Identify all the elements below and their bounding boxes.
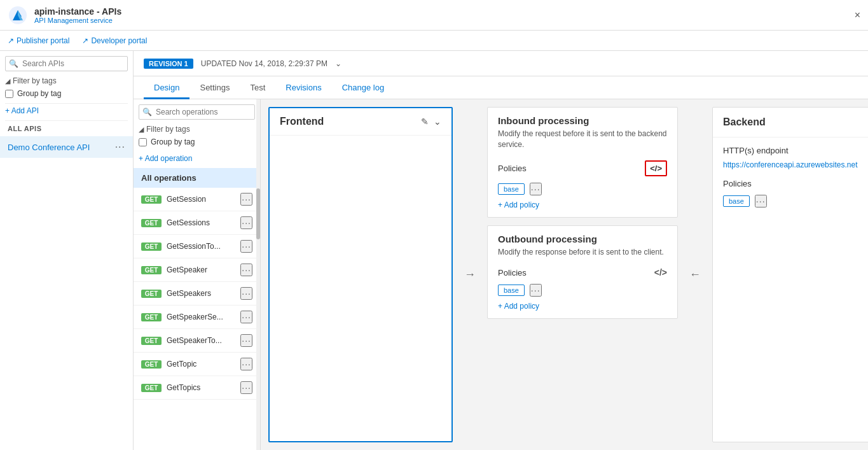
operation-item-gettopics[interactable]: GET GetTopics ··· (134, 376, 260, 400)
get-badge: GET (141, 384, 162, 392)
add-operation-button[interactable]: + Add operation (139, 154, 255, 163)
operation-item-gettopic[interactable]: GET GetTopic ··· (134, 353, 260, 376)
frontend-panel-title: Frontend (280, 116, 324, 127)
backend-policies-row: Policies </> (723, 178, 868, 188)
ops-group-tag-checkbox[interactable] (139, 138, 147, 146)
get-badge: GET (141, 195, 162, 204)
close-button[interactable]: × (855, 10, 860, 21)
revision-updated-text: UPDATED Nov 14, 2018, 2:29:37 PM (201, 59, 327, 68)
get-badge: GET (141, 290, 162, 298)
endpoint-url: https://conferenceapi.azurewebsites.net (723, 160, 868, 169)
op-ellipsis-button[interactable]: ··· (240, 334, 252, 347)
panels-area: 🔍 ◢ Filter by tags Group by tag + Add op… (134, 99, 868, 450)
op-ellipsis-button[interactable]: ··· (240, 381, 252, 394)
operation-item-getspeakerto[interactable]: GET GetSpeakerTo... ··· (134, 329, 260, 353)
frontend-panel-actions: ✎ ⌄ (421, 116, 441, 127)
ops-filter-button[interactable]: ◢ Filter by tags (139, 125, 255, 134)
backend-policies-label: Policies (723, 179, 752, 188)
op-name: GetSpeaker (167, 265, 235, 274)
outbound-policies-label: Policies (498, 268, 527, 278)
outbound-title: Outbound processing (498, 234, 667, 244)
tab-revisions[interactable]: Revisions (275, 78, 331, 99)
operation-item-getsession[interactable]: GET GetSession ··· (134, 188, 260, 211)
endpoint-row: HTTP(s) endpoint ✎ (723, 145, 868, 155)
get-badge: GET (141, 219, 162, 227)
api-item-ellipsis-button[interactable]: ··· (115, 141, 125, 153)
outbound-panel-body: Policies </> base ··· + Add policy (488, 262, 677, 318)
op-name: GetSpeakers (167, 289, 235, 298)
tab-changelog[interactable]: Change log (332, 78, 395, 99)
op-ellipsis-button[interactable]: ··· (240, 311, 252, 323)
tab-test[interactable]: Test (240, 78, 275, 99)
ops-filter-icon: ◢ (139, 125, 144, 134)
op-ellipsis-button[interactable]: ··· (240, 287, 252, 300)
operation-item-getspeakerse[interactable]: GET GetSpeakerSe... ··· (134, 306, 260, 329)
frontend-chevron-button[interactable]: ⌄ (434, 116, 441, 127)
inbound-policies-row: Policies </> (498, 160, 667, 176)
content-area: REVISION 1 UPDATED Nov 14, 2018, 2:29:37… (134, 51, 868, 450)
frontend-panel: Frontend ✎ ⌄ (268, 107, 453, 442)
op-ellipsis-button[interactable]: ··· (240, 240, 252, 253)
inbound-policy-ellipsis[interactable]: ··· (530, 183, 542, 195)
arrow-left-connector: ← (685, 107, 705, 442)
inbound-policies-label: Policies (498, 164, 527, 173)
all-operations-item[interactable]: All operations (134, 168, 260, 188)
tab-settings[interactable]: Settings (189, 78, 240, 99)
add-api-button[interactable]: + Add API (5, 106, 128, 115)
external-link-icon: ↗ (8, 36, 14, 45)
get-badge: GET (141, 360, 162, 369)
search-apis-input[interactable] (5, 56, 128, 71)
operation-item-getspeakers[interactable]: GET GetSpeakers ··· (134, 282, 260, 306)
op-name: GetSpeakerSe... (167, 313, 235, 321)
tabs-bar: Design Settings Test Revisions Change lo… (134, 76, 868, 99)
op-ellipsis-button[interactable]: ··· (240, 358, 252, 370)
sidebar-search-container: 🔍 (5, 56, 128, 71)
outbound-policy-ellipsis[interactable]: ··· (530, 284, 542, 297)
ops-group-by-tag[interactable]: Group by tag (139, 137, 255, 146)
api-item-name: Demo Conference API (8, 143, 90, 152)
title-bar-left: apim-instance - APIs API Management serv… (8, 5, 121, 25)
search-operations-input[interactable] (139, 104, 255, 120)
outbound-add-policy-button[interactable]: + Add policy (498, 302, 667, 311)
operations-panel: 🔍 ◢ Filter by tags Group by tag + Add op… (134, 99, 261, 450)
ops-scrollthumb[interactable] (256, 188, 260, 239)
inbound-policy-tags: base ··· (498, 183, 667, 195)
group-by-tag-checkbox[interactable]: Group by tag (5, 89, 128, 98)
frontend-edit-button[interactable]: ✎ (421, 116, 429, 127)
all-apis-label: All APIs (0, 121, 133, 136)
developer-portal-link[interactable]: ↗ Developer portal (82, 36, 147, 45)
inbound-title: Inbound processing (498, 115, 667, 126)
backend-base-tag[interactable]: base (723, 195, 750, 207)
outbound-base-tag[interactable]: base (498, 285, 525, 296)
op-ellipsis-button[interactable]: ··· (240, 264, 252, 276)
operation-item-getsessionto[interactable]: GET GetSessionTo... ··· (134, 235, 260, 258)
op-name: GetTopics (167, 383, 235, 392)
revision-badge: REVISION 1 (144, 59, 193, 69)
ops-search-icon: 🔍 (142, 108, 152, 116)
operation-item-getsessions[interactable]: GET GetSessions ··· (134, 211, 260, 235)
op-ellipsis-button[interactable]: ··· (240, 193, 252, 206)
backend-panel-body: HTTP(s) endpoint ✎ https://conferenceapi… (713, 137, 868, 220)
revision-dropdown-icon[interactable]: ⌄ (335, 59, 341, 68)
revision-bar: REVISION 1 UPDATED Nov 14, 2018, 2:29:37… (134, 51, 868, 76)
title-bar: apim-instance - APIs API Management serv… (0, 0, 868, 31)
backend-policy-ellipsis[interactable]: ··· (755, 195, 767, 207)
operation-item-getspeaker[interactable]: GET GetSpeaker ··· (134, 258, 260, 282)
inbound-processing-panel: Inbound processing Modify the request be… (487, 107, 678, 218)
op-name: GetSpeakerTo... (167, 336, 235, 345)
outbound-policy-tags: base ··· (498, 284, 667, 297)
tab-design[interactable]: Design (144, 78, 189, 99)
inbound-panel-body: Policies </> base ··· + Add policy (488, 155, 677, 217)
publisher-portal-link[interactable]: ↗ Publisher portal (8, 36, 69, 45)
inbound-add-policy-button[interactable]: + Add policy (498, 200, 667, 209)
backend-title: Backend (723, 116, 766, 127)
filter-by-tags-button[interactable]: ◢ Filter by tags (5, 76, 128, 85)
group-tag-checkbox-input[interactable] (5, 90, 13, 98)
op-ellipsis-button[interactable]: ··· (240, 216, 252, 229)
outbound-description: Modify the response before it is sent to… (498, 247, 667, 258)
outbound-code-button[interactable]: </> (654, 267, 667, 278)
demo-conference-api-item[interactable]: Demo Conference API ··· (0, 136, 133, 158)
inbound-base-tag[interactable]: base (498, 183, 525, 195)
get-badge: GET (141, 243, 162, 251)
inbound-code-button[interactable]: </> (645, 160, 667, 176)
